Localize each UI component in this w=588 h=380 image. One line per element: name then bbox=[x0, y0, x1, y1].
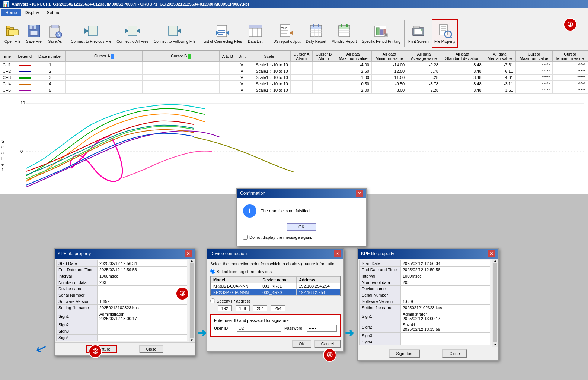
tus-report-icon: TUS bbox=[278, 23, 293, 38]
save-as-button[interactable]: A Save As bbox=[45, 19, 65, 48]
device-table-container: Model Device name Address KR3D21-G0A-NNN… bbox=[210, 276, 341, 296]
connect-all-button[interactable]: Connect to All Files bbox=[114, 19, 151, 48]
svg-rect-67 bbox=[439, 25, 447, 35]
confirm-checkbox-row: Do not display the message again. bbox=[243, 235, 360, 240]
kpf-dialog-left: KPF file property ✕ Start Date 2025/02/1… bbox=[54, 248, 195, 356]
daily-report-label: Daily Report bbox=[306, 39, 326, 44]
kpf-dialog-left-titlebar: KPF file property ✕ bbox=[55, 249, 195, 259]
device-row-1[interactable]: KR3D21-G0A-NNN 001_KR3D 192.168.254.254 bbox=[211, 283, 340, 289]
tus-report-button[interactable]: TUS TUS report output bbox=[269, 19, 303, 48]
scroll-down[interactable]: ▼ bbox=[189, 339, 194, 342]
data-list-icon bbox=[248, 23, 263, 38]
kpf-left-devname-value bbox=[98, 286, 187, 292]
confirm-ok-button[interactable]: OK bbox=[287, 223, 316, 231]
print-screen-button[interactable]: Print Screen bbox=[406, 19, 431, 48]
kpf-left-setting-value: 20250212102323.kps bbox=[98, 305, 187, 311]
kpf-left-interval-label: Interval bbox=[57, 273, 98, 279]
device-dialog-close-btn[interactable]: ✕ bbox=[334, 250, 341, 257]
kpf-left-swver-label: Software Version bbox=[57, 298, 98, 305]
confirm-dialog-close-btn[interactable]: ✕ bbox=[356, 190, 363, 197]
open-file-icon bbox=[5, 23, 20, 38]
data-list-button[interactable]: Data List bbox=[245, 19, 265, 48]
specific-period-button[interactable]: Specific Period Printing bbox=[359, 19, 402, 48]
monthly-report-button[interactable]: Monthly Report bbox=[329, 19, 359, 48]
save-file-label: Save File bbox=[26, 39, 42, 44]
kpf-right-close-button[interactable]: Close bbox=[442, 349, 466, 358]
kpf-left-sign3-value bbox=[98, 328, 187, 335]
monthly-report-icon bbox=[337, 23, 352, 38]
password-input[interactable] bbox=[307, 325, 337, 332]
kpf-left-sign2-value bbox=[98, 322, 187, 328]
file-property-button[interactable]: File Property bbox=[432, 19, 458, 48]
svg-rect-58 bbox=[380, 30, 383, 35]
device-row-2[interactable]: KR2S2P-G0A-NNN 002_KR2S 192.168.2.254 bbox=[211, 289, 340, 296]
ip-dot-3: - bbox=[268, 306, 270, 311]
menu-home[interactable]: Home bbox=[1, 9, 21, 16]
ip-part-3[interactable] bbox=[253, 305, 267, 311]
kpf-dialog-left-close-btn[interactable]: ✕ bbox=[185, 250, 192, 257]
kpf-right-row-sign2: Sign2 Suzuki2025/02/12 13:13:59 bbox=[360, 322, 490, 333]
kpf-right-sign3-label: Sign3 bbox=[360, 333, 401, 339]
menu-display[interactable]: Display bbox=[21, 9, 43, 16]
kpf-right-signature-button[interactable]: Signature bbox=[389, 349, 420, 358]
device-ok-button[interactable]: OK bbox=[292, 340, 311, 348]
svg-line-72 bbox=[450, 37, 452, 38]
radio-registered[interactable] bbox=[210, 269, 215, 274]
svg-rect-13 bbox=[84, 30, 88, 32]
svg-rect-17 bbox=[125, 30, 128, 32]
list-connect-icon bbox=[215, 23, 230, 38]
radio-ip[interactable] bbox=[210, 298, 215, 303]
connect-next-button[interactable]: Connect to Following File bbox=[151, 19, 198, 48]
kpf-left-scrollbar[interactable]: ▲ ▼ bbox=[189, 259, 195, 342]
svg-rect-5 bbox=[30, 31, 38, 35]
kpf-left-close-button[interactable]: Close bbox=[139, 345, 163, 353]
ip-part-4[interactable] bbox=[271, 305, 285, 311]
kpf-right-table-container: Start Date 2025/02/12 12:56:34 End Date … bbox=[358, 259, 492, 347]
confirm-info-icon: i bbox=[243, 204, 256, 218]
scroll-thumb[interactable] bbox=[190, 263, 194, 338]
scroll-up[interactable]: ▲ bbox=[189, 259, 194, 262]
open-file-button[interactable]: Open File bbox=[2, 19, 23, 48]
kpf-left-sign4-label: Sign4 bbox=[57, 335, 98, 341]
kpf-dialog-right-close-btn[interactable]: ✕ bbox=[488, 250, 495, 257]
menu-setting[interactable]: Setting bbox=[43, 9, 64, 16]
col-address: Address bbox=[297, 277, 340, 283]
kpf-row-numdata: Number of data 203 bbox=[57, 279, 187, 286]
save-as-label: Save As bbox=[48, 39, 62, 44]
kpf-right-devname-label: Device name bbox=[360, 286, 401, 292]
svg-rect-14 bbox=[128, 26, 137, 36]
annotation-circle-2: ② bbox=[89, 345, 102, 358]
kpf-right-startdate-value: 2025/02/12 12:56:34 bbox=[401, 260, 490, 267]
userid-input[interactable] bbox=[237, 325, 281, 332]
kpf-left-numdata-label: Number of data bbox=[57, 279, 98, 286]
confirm-checkbox[interactable] bbox=[243, 235, 248, 240]
kpf-left-table-container: Start Date 2025/02/12 12:56:34 End Date … bbox=[55, 259, 189, 342]
scroll-down-r[interactable]: ▼ bbox=[493, 343, 498, 346]
annotation-circle-3: ③ bbox=[176, 287, 189, 300]
device-cancel-button[interactable]: Cancel bbox=[314, 340, 341, 348]
specific-period-label: Specific Period Printing bbox=[362, 39, 400, 44]
dialog-overlay: ↙ KPF file property ✕ Start Date 2025/02… bbox=[0, 51, 588, 380]
confirm-checkbox-label: Do not display the message again. bbox=[249, 235, 312, 240]
kpf-right-scrollbar[interactable]: ▲ ▼ bbox=[492, 259, 498, 347]
kpf-row-enddate: End Date and Time 2025/02/12 12:59:56 bbox=[57, 267, 187, 273]
kpf-right-sign2-label: Sign2 bbox=[360, 322, 401, 333]
save-file-button[interactable]: Save File bbox=[23, 19, 44, 48]
toolbar: Open File Save File A Save As bbox=[0, 17, 588, 51]
list-connect-button[interactable]: List of Connecting Files bbox=[201, 19, 244, 48]
svg-rect-8 bbox=[51, 25, 59, 28]
kpf-left-interval-value: 1000msec bbox=[98, 273, 187, 279]
scroll-up-r[interactable]: ▲ bbox=[493, 259, 498, 262]
device-2-model: KR2S2P-G0A-NNN bbox=[211, 289, 260, 296]
daily-report-button[interactable]: Daily Report bbox=[304, 19, 329, 48]
kpf-row-sign2: Sign2 bbox=[57, 322, 187, 328]
svg-rect-51 bbox=[339, 25, 350, 29]
svg-rect-42 bbox=[310, 25, 322, 29]
scroll-thumb-r[interactable] bbox=[493, 263, 497, 342]
device-table-header: Model Device name Address bbox=[211, 277, 340, 283]
connect-prev-button[interactable]: Connect to Previous File bbox=[68, 19, 114, 48]
kpf-right-row-sign4: Sign4 bbox=[360, 339, 490, 345]
ip-part-1[interactable] bbox=[218, 305, 232, 311]
ip-part-2[interactable] bbox=[236, 305, 250, 311]
print-screen-label: Print Screen bbox=[408, 39, 429, 44]
